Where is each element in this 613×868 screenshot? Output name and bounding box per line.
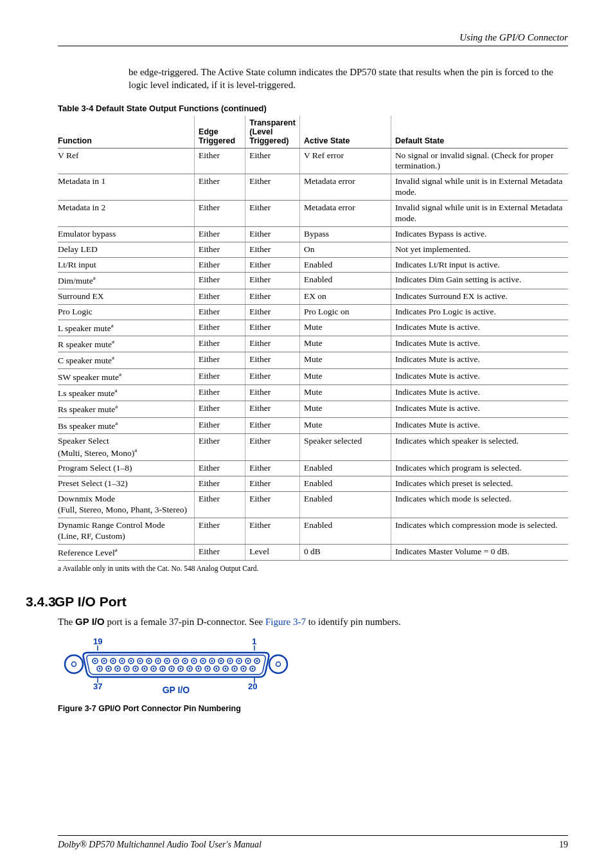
cell-ds: Indicates which preset is selected. [391, 476, 568, 492]
cell-function: Downmix Mode(Full, Stereo, Mono, Phant, … [58, 492, 195, 518]
cell-ds: Indicates Mute is active. [391, 401, 568, 417]
connector-name: GP I/O [163, 685, 190, 695]
cell-tt: Either [245, 304, 300, 320]
svg-point-7 [276, 662, 281, 667]
svg-point-13 [112, 660, 114, 662]
cell-function: Bs speaker mutea [58, 417, 195, 433]
cell-function: Ls speaker mutea [58, 385, 195, 401]
port-pre: The [58, 617, 75, 627]
cell-et: Either [195, 226, 245, 242]
cell-ds: Indicates Mute is active. [391, 352, 568, 368]
cell-tt: Either [245, 385, 300, 401]
svg-point-9 [94, 660, 96, 662]
cell-et: Either [195, 518, 245, 544]
cell-as: Metadata error [299, 174, 391, 201]
cell-function: Metadata in 2 [58, 201, 195, 227]
cell-as: Mute [299, 336, 391, 352]
cell-as: Mute [299, 385, 391, 401]
cell-et: Either [195, 544, 245, 560]
cell-et: Either [195, 368, 245, 384]
svg-point-6 [269, 655, 287, 673]
figure-caption-text: GPI/O Port Connector Pin Numbering [96, 704, 241, 713]
cell-function: Surround EX [58, 289, 195, 304]
col-header-transparent: Transparent (Level Triggered) [245, 116, 300, 149]
pin-label-19: 19 [93, 637, 102, 646]
cell-et: Either [195, 320, 245, 336]
gpio-table: Function Edge Triggered Transparent (Lev… [58, 116, 568, 561]
svg-point-81 [252, 668, 254, 670]
svg-point-49 [108, 668, 110, 670]
svg-point-45 [256, 660, 258, 662]
cell-as: On [299, 242, 391, 257]
cell-as: Enabled [299, 461, 391, 476]
table-row: Speaker Select(Multi, Stereo, Mono)aEith… [58, 434, 568, 461]
cell-tt: Either [245, 201, 300, 227]
svg-point-37 [220, 660, 222, 662]
cell-as: Mute [299, 320, 391, 336]
table-row: Rs speaker muteaEitherEitherMuteIndicate… [58, 401, 568, 417]
cell-as: Bypass [299, 226, 391, 242]
svg-point-77 [234, 668, 236, 670]
cell-function: Program Select (1–8) [58, 461, 195, 476]
port-mid: port is a female 37-pin D-connector. See [105, 617, 265, 627]
section-title: GP I/O Port [55, 594, 127, 609]
cell-et: Either [195, 336, 245, 352]
cell-et: Either [195, 352, 245, 368]
cell-ds: Indicates Pro Logic is active. [391, 304, 568, 320]
figure-link[interactable]: Figure 3-7 [265, 617, 306, 627]
table-row: C speaker muteaEitherEitherMuteIndicates… [58, 352, 568, 368]
cell-ds: Indicates Mute is active. [391, 368, 568, 384]
cell-function: Dim/mutea [58, 273, 195, 289]
cell-function: Emulator bypass [58, 226, 195, 242]
cell-ds: Indicates which speaker is selected. [391, 434, 568, 461]
table-row: Surround EXEitherEitherEX onIndicates Su… [58, 289, 568, 304]
svg-point-67 [189, 668, 191, 670]
col-header-default: Default State [391, 116, 568, 149]
svg-point-19 [139, 660, 141, 662]
svg-point-55 [135, 668, 137, 670]
table-row: Dynamic Range Control Mode(Line, RF, Cus… [58, 518, 568, 544]
table-row: L speaker muteaEitherEitherMuteIndicates… [58, 320, 568, 336]
cell-ds: Indicates Bypass is active. [391, 226, 568, 242]
cell-tt: Either [245, 289, 300, 304]
cell-as: Pro Logic on [299, 304, 391, 320]
svg-point-47 [99, 668, 101, 670]
cell-et: Either [195, 401, 245, 417]
svg-point-5 [72, 662, 76, 667]
cell-et: Either [195, 174, 245, 201]
cell-tt: Either [245, 352, 300, 368]
cell-ds: Indicates Lt/Rt input is active. [391, 257, 568, 273]
svg-point-69 [198, 668, 200, 670]
svg-point-57 [144, 668, 146, 670]
cell-tt: Either [245, 148, 300, 174]
section-number: 3.4.3 [26, 594, 55, 610]
cell-as: Metadata error [299, 201, 391, 227]
pin-label-20: 20 [248, 682, 257, 691]
cell-function: Delay LED [58, 242, 195, 257]
pin-label-37: 37 [93, 682, 102, 691]
cell-ds: Indicates Master Volume = 0 dB. [391, 544, 568, 560]
cell-function: Speaker Select(Multi, Stereo, Mono)a [58, 434, 195, 461]
cell-function: L speaker mutea [58, 320, 195, 336]
cell-as: Mute [299, 352, 391, 368]
cell-et: Either [195, 385, 245, 401]
cell-as: V Ref error [299, 148, 391, 174]
cell-function: C speaker mutea [58, 352, 195, 368]
cell-as: Enabled [299, 476, 391, 492]
cell-tt: Either [245, 461, 300, 476]
cell-function: Preset Select (1–32) [58, 476, 195, 492]
svg-point-75 [225, 668, 227, 670]
cell-ds: Invalid signal while unit is in External… [391, 201, 568, 227]
cell-function: Metadata in 1 [58, 174, 195, 201]
svg-point-4 [65, 655, 83, 673]
cell-as: Mute [299, 368, 391, 384]
svg-point-17 [130, 660, 132, 662]
intro-paragraph: be edge-triggered. The Active State colu… [129, 66, 568, 92]
cell-ds: Indicates which mode is selected. [391, 492, 568, 518]
cell-function: Pro Logic [58, 304, 195, 320]
table-row: R speaker muteaEitherEitherMuteIndicates… [58, 336, 568, 352]
figure-caption: Figure 3-7 GPI/O Port Connector Pin Numb… [58, 704, 568, 713]
cell-et: Either [195, 492, 245, 518]
port-bold: GP I/O [75, 616, 105, 627]
cell-as: Mute [299, 401, 391, 417]
